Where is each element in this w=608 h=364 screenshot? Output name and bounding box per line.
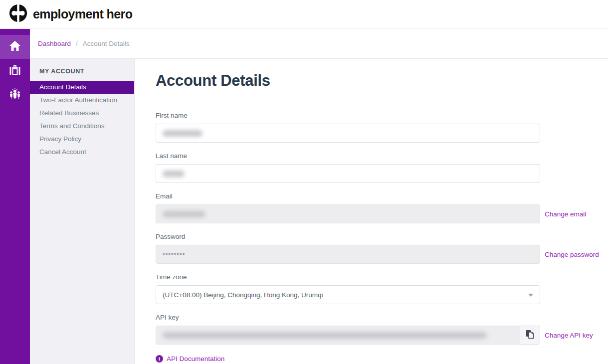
time-zone-selected-value: (UTC+08:00) Beijing, Chongqing, Hong Kon… (163, 291, 323, 299)
password-masked-value: ******** (163, 250, 185, 259)
api-key-label: API key (156, 314, 608, 321)
briefcase-icon (9, 64, 21, 77)
sidebar-item-privacy[interactable]: Privacy Policy (30, 133, 134, 146)
title-divider (156, 102, 608, 102)
email-group: Email Change email (156, 192, 608, 223)
sidebar-item-terms[interactable]: Terms and Conditions (30, 120, 134, 133)
nav-rail (0, 29, 30, 364)
last-name-group: Last name (156, 152, 608, 183)
time-zone-select[interactable]: (UTC+08:00) Beijing, Chongqing, Hong Kon… (156, 285, 540, 304)
account-sidebar: MY ACCOUNT Account Details Two-Factor Au… (30, 59, 135, 364)
password-label: Password (156, 233, 608, 240)
time-zone-group: Time zone (UTC+08:00) Beijing, Chongqing… (156, 273, 608, 304)
last-name-redacted-value (163, 171, 185, 177)
brand-name: employment hero (33, 7, 132, 21)
last-name-input[interactable] (156, 164, 540, 183)
api-documentation-row: i API Documentation (156, 355, 608, 363)
main-content: Account Details First name Last name Ema… (135, 59, 608, 364)
last-name-label: Last name (156, 152, 608, 160)
email-redacted-value (163, 211, 205, 217)
breadcrumb: Dashboard / Account Details (30, 29, 608, 59)
email-label: Email (156, 192, 608, 200)
change-password-link[interactable]: Change password (545, 251, 599, 258)
sidebar-item-account-details[interactable]: Account Details (30, 81, 134, 94)
page-title: Account Details (156, 72, 608, 90)
sidebar-item-cancel-account[interactable]: Cancel Account (30, 146, 134, 159)
rail-item-team[interactable] (0, 83, 30, 107)
api-key-redacted-value (163, 332, 487, 339)
team-icon (8, 88, 21, 102)
app-header: employment hero (0, 0, 608, 29)
change-api-key-link[interactable]: Change API key (545, 332, 593, 339)
api-documentation-link[interactable]: API Documentation (167, 355, 224, 363)
rail-item-work[interactable] (0, 59, 30, 83)
sidebar-heading: MY ACCOUNT (30, 68, 134, 81)
api-key-field (156, 326, 520, 345)
breadcrumb-dashboard-link[interactable]: Dashboard (38, 40, 71, 47)
first-name-input[interactable] (156, 124, 540, 143)
first-name-group: First name (156, 112, 608, 143)
chevron-down-icon (528, 294, 533, 297)
time-zone-label: Time zone (156, 273, 608, 281)
change-email-link[interactable]: Change email (545, 210, 586, 218)
password-field: ******** (156, 245, 540, 264)
breadcrumb-separator: / (76, 40, 78, 47)
email-field (156, 204, 540, 223)
first-name-label: First name (156, 112, 608, 119)
copy-api-key-button[interactable] (520, 326, 540, 345)
rail-item-home[interactable] (0, 35, 30, 59)
info-icon: i (156, 355, 163, 363)
first-name-redacted-value (163, 130, 203, 137)
password-group: Password ******** Change password (156, 233, 608, 264)
home-icon (9, 40, 21, 53)
breadcrumb-current: Account Details (83, 40, 130, 47)
sidebar-item-related-businesses[interactable]: Related Businesses (30, 107, 134, 120)
brand-logo[interactable]: employment hero (9, 4, 132, 24)
sidebar-item-two-factor[interactable]: Two-Factor Authentication (30, 94, 134, 107)
copy-icon (526, 330, 534, 341)
employment-hero-logo-icon (9, 4, 27, 24)
api-key-group: API key Change API key (156, 314, 608, 345)
